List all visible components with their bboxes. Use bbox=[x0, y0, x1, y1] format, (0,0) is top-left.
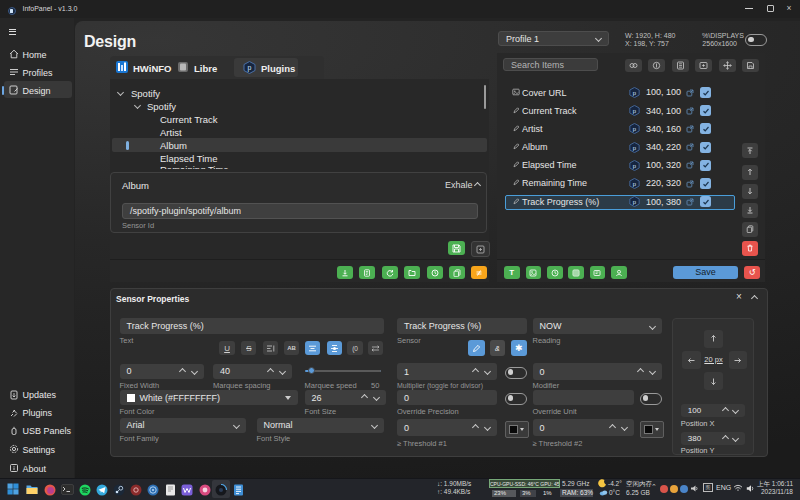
svg-text:p: p bbox=[248, 64, 252, 72]
